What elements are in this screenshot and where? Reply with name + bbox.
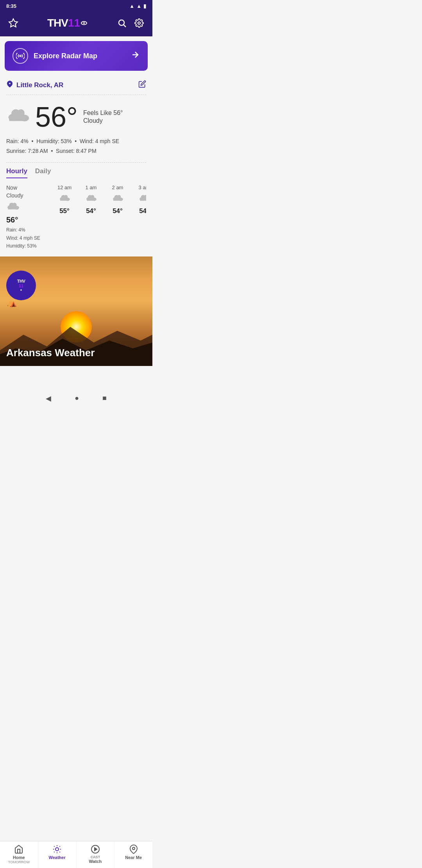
search-button[interactable] xyxy=(115,16,129,30)
now-temp: 56° xyxy=(6,215,48,224)
svg-point-12 xyxy=(17,109,25,117)
hour-temp-3: 54° xyxy=(139,207,146,215)
svg-point-6 xyxy=(9,82,11,84)
app-logo: THV 11 xyxy=(20,17,115,29)
hour-item-2: 2 am 54° xyxy=(106,185,129,250)
weather-condition: Cloudy xyxy=(83,117,123,124)
hourly-now: Now Cloudy 56° Rain: 4% Wind: 4 mph SE H… xyxy=(6,185,53,250)
current-weather: 56° Feels Like 56° Cloudy xyxy=(0,95,152,135)
radar-banner-content: Explore Radar Map xyxy=(13,48,97,64)
location-display: Little Rock, AR xyxy=(6,81,63,90)
location-pin-icon xyxy=(6,81,13,90)
now-cloud-icon xyxy=(6,201,48,214)
news-tag-icon: ⛺ xyxy=(7,298,17,307)
svg-rect-22 xyxy=(60,199,69,201)
hour-item-0: 12 am 55° xyxy=(53,185,76,250)
hour-item-3: 3 am 54° xyxy=(133,185,146,250)
news-logo: THV 11 ● xyxy=(6,271,36,300)
rain-stat: Rain: 4% xyxy=(6,138,29,144)
hour-item-1: 1 am 54° xyxy=(80,185,102,250)
status-time: 8:35 xyxy=(6,3,16,9)
android-navigation: ◀ ● ■ xyxy=(0,389,152,406)
settings-button[interactable] xyxy=(132,16,146,30)
svg-rect-10 xyxy=(9,117,27,121)
status-bar: 8:35 ▲ ▲ ▮ xyxy=(0,0,152,12)
weather-description: Feels Like 56° Cloudy xyxy=(83,109,123,124)
weather-cloud-icon xyxy=(6,105,30,129)
news-card[interactable]: THV 11 ● ⛺ Arkansas Weather xyxy=(0,256,152,366)
app-header: THV 11 xyxy=(0,12,152,36)
now-wind: Wind: 4 mph SE xyxy=(6,234,48,242)
now-condition: Cloudy xyxy=(6,192,48,199)
svg-point-30 xyxy=(91,195,94,199)
android-home-button[interactable]: ● xyxy=(75,394,79,402)
now-label: Now xyxy=(6,185,48,191)
radar-label: Explore Radar Map xyxy=(34,52,97,60)
svg-rect-34 xyxy=(113,199,122,201)
svg-line-2 xyxy=(124,25,126,27)
hour-label-0: 12 am xyxy=(57,185,72,190)
wind-stat: Wind: 4 mph SE xyxy=(80,138,119,144)
svg-marker-0 xyxy=(9,19,18,27)
hour-cloud-1 xyxy=(85,193,97,205)
android-back-button[interactable]: ◀ xyxy=(46,394,51,403)
location-name: Little Rock, AR xyxy=(16,81,63,89)
svg-point-18 xyxy=(13,203,17,207)
svg-point-3 xyxy=(138,22,140,24)
location-row: Little Rock, AR xyxy=(0,75,152,95)
now-rain: Rain: 4% xyxy=(6,226,48,234)
svg-point-36 xyxy=(117,195,121,199)
svg-point-24 xyxy=(64,195,68,199)
tab-hourly[interactable]: Hourly xyxy=(6,167,27,178)
hour-temp-0: 55° xyxy=(59,207,70,215)
status-signal: ▲ xyxy=(129,3,134,9)
news-headline: Arkansas Weather xyxy=(6,347,146,359)
hour-cloud-3 xyxy=(138,193,146,205)
radar-icon xyxy=(13,48,28,64)
hour-temp-1: 54° xyxy=(86,207,96,215)
status-icons: ▲ ▲ ▮ xyxy=(129,3,146,9)
svg-rect-28 xyxy=(87,199,95,201)
weather-detail-row2: Sunrise: 7:28 AM • Sunset: 8:47 PM xyxy=(6,146,146,156)
svg-point-4 xyxy=(20,55,21,57)
hour-cloud-2 xyxy=(112,193,123,205)
status-battery: ▮ xyxy=(143,3,146,9)
radar-arrow xyxy=(131,50,140,62)
status-wifi: ▲ xyxy=(136,3,141,9)
favorite-button[interactable] xyxy=(6,16,20,30)
edit-location-button[interactable] xyxy=(138,80,146,90)
sunset-stat: Sunset: 8:47 PM xyxy=(56,148,97,154)
svg-point-1 xyxy=(119,20,124,25)
hourly-list: 12 am 55° 1 am xyxy=(53,185,146,250)
radar-banner[interactable]: Explore Radar Map xyxy=(5,41,148,71)
tab-daily[interactable]: Daily xyxy=(35,167,51,178)
forecast-tabs: Hourly Daily xyxy=(0,163,152,178)
svg-rect-16 xyxy=(8,208,18,210)
hour-label-3: 3 am xyxy=(139,185,146,190)
humidity-stat: Humidity: 53% xyxy=(36,138,72,144)
weather-details: Rain: 4% • Humidity: 53% • Wind: 4 mph S… xyxy=(0,135,152,159)
hour-label-2: 2 am xyxy=(112,185,123,190)
sunrise-stat: Sunrise: 7:28 AM xyxy=(6,148,48,154)
hour-label-1: 1 am xyxy=(86,185,97,190)
feels-like: Feels Like 56° xyxy=(83,109,123,117)
now-details: Rain: 4% Wind: 4 mph SE Humidity: 53% xyxy=(6,226,48,250)
hour-temp-2: 54° xyxy=(113,207,123,215)
hourly-forecast: Now Cloudy 56° Rain: 4% Wind: 4 mph SE H… xyxy=(0,178,152,256)
now-humidity: Humidity: 53% xyxy=(6,242,48,250)
hour-cloud-0 xyxy=(59,193,70,205)
current-temp: 56° xyxy=(35,103,78,131)
android-recents-button[interactable]: ■ xyxy=(102,394,107,402)
weather-detail-row1: Rain: 4% • Humidity: 53% • Wind: 4 mph S… xyxy=(6,136,146,146)
